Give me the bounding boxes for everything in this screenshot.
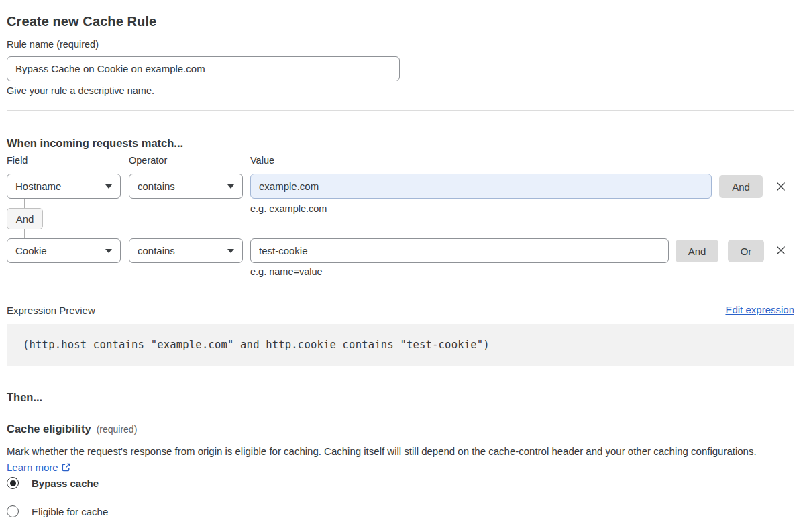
then-section-heading: Then... bbox=[7, 391, 42, 404]
cache-eligibility-heading-text: Cache eligibility bbox=[7, 423, 91, 435]
learn-more-link[interactable]: Learn more bbox=[7, 462, 58, 473]
cache-eligibility-description: Mark whether the request's response from… bbox=[7, 443, 778, 476]
edit-expression-link[interactable]: Edit expression bbox=[725, 304, 794, 315]
rule-name-label: Rule name (required) bbox=[7, 39, 99, 50]
field-select-row2-value: Cookie bbox=[15, 245, 47, 256]
field-select-row1-value: Hostname bbox=[15, 180, 61, 192]
external-link-icon bbox=[61, 462, 71, 472]
match-section-heading: When incoming requests match... bbox=[7, 137, 183, 150]
add-and-condition-button-row1[interactable]: And bbox=[719, 175, 763, 198]
value-hint-row2: e.g. name=value bbox=[250, 266, 323, 277]
value-input-row2[interactable] bbox=[250, 238, 669, 263]
chevron-down-icon bbox=[227, 249, 234, 253]
radio-button-icon bbox=[7, 477, 19, 489]
field-select-row1[interactable]: Hostname bbox=[7, 174, 121, 199]
eligible-for-cache-radio[interactable]: Eligible for cache bbox=[7, 505, 108, 517]
rule-name-help-text: Give your rule a descriptive name. bbox=[7, 85, 154, 96]
cache-eligibility-heading: Cache eligibility(required) bbox=[7, 423, 137, 435]
value-column-label: Value bbox=[250, 155, 274, 166]
field-column-label: Field bbox=[7, 155, 28, 166]
expression-preview-label: Expression Preview bbox=[7, 305, 95, 316]
operator-select-row2-value: contains bbox=[138, 245, 175, 256]
value-hint-row1: e.g. example.com bbox=[250, 203, 327, 214]
chevron-down-icon bbox=[105, 249, 112, 253]
close-icon bbox=[775, 245, 786, 256]
radio-button-icon bbox=[7, 505, 19, 517]
chevron-down-icon bbox=[227, 184, 234, 189]
add-or-condition-button-row2[interactable]: Or bbox=[728, 240, 764, 262]
bypass-cache-radio-label: Bypass cache bbox=[32, 478, 99, 489]
field-select-row2[interactable]: Cookie bbox=[7, 238, 121, 263]
expression-code: (http.host contains "example.com" and ht… bbox=[23, 339, 490, 351]
remove-condition-button-row2[interactable] bbox=[770, 240, 792, 261]
operator-select-row1[interactable]: contains bbox=[129, 174, 243, 199]
bypass-cache-radio[interactable]: Bypass cache bbox=[7, 477, 99, 489]
value-input-row1[interactable] bbox=[250, 174, 712, 199]
operator-column-label: Operator bbox=[129, 155, 167, 166]
eligible-for-cache-radio-label: Eligible for cache bbox=[32, 506, 108, 517]
add-and-condition-button-row2[interactable]: And bbox=[676, 240, 718, 262]
section-divider bbox=[7, 110, 794, 111]
condition-connector-button[interactable]: And bbox=[7, 208, 43, 229]
chevron-down-icon bbox=[105, 184, 112, 189]
operator-select-row1-value: contains bbox=[138, 180, 175, 192]
expression-preview-block: (http.host contains "example.com" and ht… bbox=[7, 324, 794, 366]
cache-eligibility-description-text: Mark whether the request's response from… bbox=[7, 445, 757, 457]
rule-name-input[interactable] bbox=[7, 56, 400, 81]
close-icon bbox=[775, 181, 786, 192]
create-cache-rule-form: Create new Cache Rule Rule name (require… bbox=[0, 0, 805, 532]
required-note: (required) bbox=[97, 424, 138, 435]
remove-condition-button-row1[interactable] bbox=[770, 176, 792, 197]
connector-line-bottom bbox=[24, 229, 25, 238]
page-title: Create new Cache Rule bbox=[7, 14, 156, 30]
operator-select-row2[interactable]: contains bbox=[129, 238, 243, 263]
connector-line-top bbox=[24, 199, 25, 208]
